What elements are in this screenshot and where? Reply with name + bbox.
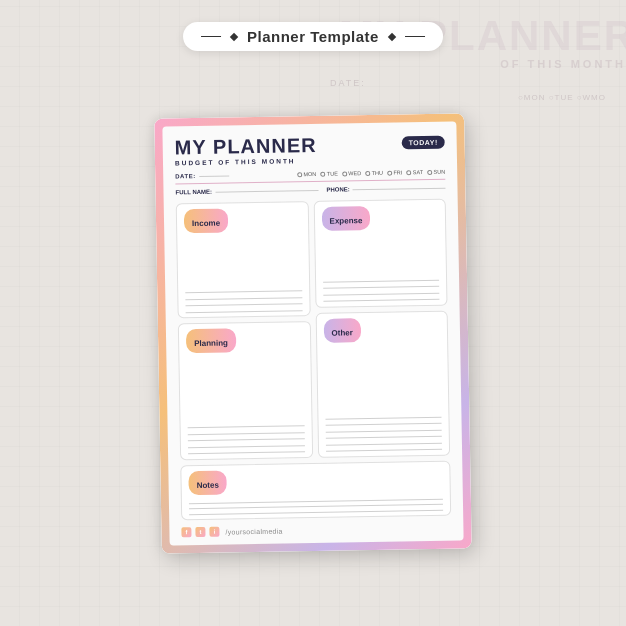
- name-line: [215, 189, 318, 191]
- notes-section: Notes: [180, 460, 451, 520]
- phone-line: [353, 187, 446, 189]
- title-line-left: [201, 36, 221, 38]
- full-name-label: FULL NAME:: [175, 188, 212, 195]
- phone-field: PHONE:: [326, 184, 445, 192]
- day-label-wed: WED: [348, 170, 361, 176]
- planning-line-5: [188, 451, 304, 454]
- title-line-right: [405, 36, 425, 38]
- day-label-sun: SUN: [434, 168, 446, 174]
- day-label-sat: SAT: [413, 169, 423, 175]
- expense-title: Expense: [329, 216, 362, 226]
- day-label-tue: TUE: [327, 170, 338, 176]
- phone-label: PHONE:: [326, 186, 349, 192]
- day-label-fri: FRI: [393, 169, 402, 175]
- other-line-5: [325, 442, 441, 445]
- page-title-bar: Planner Template: [183, 22, 443, 51]
- date-label: DATE:: [175, 173, 195, 179]
- income-title: Income: [192, 218, 220, 227]
- watermark-days-text: ○MON ○TUE ○WMO: [518, 93, 606, 102]
- day-circle-mon: [297, 171, 302, 176]
- planning-line-1: [188, 425, 304, 428]
- planning-section: Planning: [178, 321, 313, 459]
- income-line-1: [185, 290, 301, 293]
- day-circle-tue: [320, 171, 325, 176]
- social-handle: /yoursocialmedia: [225, 527, 282, 535]
- gradient-border: MY PLANNER BUDGET OF THIS MONTH TODAY! D…: [154, 113, 472, 553]
- other-line-4: [325, 435, 441, 438]
- expense-lines: [322, 233, 440, 301]
- date-line: [200, 175, 230, 176]
- notes-header-pill: Notes: [188, 470, 227, 495]
- planner-inner: MY PLANNER BUDGET OF THIS MONTH TODAY! D…: [162, 121, 463, 545]
- expense-header-pill: Expense: [321, 205, 370, 230]
- notes-lines: [189, 495, 443, 514]
- right-column: Expense Other: [313, 198, 450, 457]
- planning-title: Planning: [194, 338, 228, 348]
- other-line-6: [326, 448, 442, 451]
- income-line-4: [186, 310, 302, 313]
- notes-line-2: [189, 503, 443, 508]
- day-sat: SAT: [406, 169, 423, 175]
- expense-line-3: [323, 292, 439, 295]
- notes-title: Notes: [197, 480, 219, 489]
- planner-document: MY PLANNER BUDGET OF THIS MONTH TODAY! D…: [154, 113, 472, 553]
- other-section: Other: [315, 310, 450, 457]
- watermark-sub-text: OF THIS MONTH: [500, 58, 626, 70]
- planning-header-pill: Planning: [186, 328, 236, 353]
- planning-lines: [186, 356, 304, 453]
- facebook-icon: f: [181, 527, 191, 537]
- other-line-2: [325, 422, 441, 425]
- day-circle-sat: [406, 169, 411, 174]
- income-lines: [184, 236, 302, 312]
- full-name-field: FULL NAME:: [175, 186, 318, 194]
- other-header-pill: Other: [323, 317, 361, 342]
- other-line-1: [325, 416, 441, 419]
- today-badge: TODAY!: [402, 135, 445, 149]
- main-content: Income Planning: [176, 198, 450, 459]
- income-header-pill: Income: [184, 208, 228, 233]
- expense-section: Expense: [313, 198, 447, 307]
- day-sun: SUN: [427, 168, 445, 174]
- income-line-2: [185, 297, 301, 300]
- day-circle-sun: [427, 169, 432, 174]
- date-row: DATE: MON TUE WED: [175, 168, 445, 184]
- day-options: MON TUE WED THU: [297, 168, 445, 177]
- day-wed: WED: [342, 170, 361, 176]
- income-section: Income: [176, 201, 310, 319]
- main-title: MY PLANNER: [175, 133, 317, 157]
- day-circle-wed: [342, 170, 347, 175]
- notes-line-3: [189, 509, 443, 514]
- other-line-3: [325, 429, 441, 432]
- other-title: Other: [331, 328, 352, 337]
- title-group: MY PLANNER BUDGET OF THIS MONTH: [175, 133, 317, 165]
- social-icons: f t i: [181, 526, 219, 537]
- expense-line-4: [323, 299, 439, 302]
- day-label-thu: THU: [372, 169, 383, 175]
- day-circle-thu: [365, 170, 370, 175]
- day-fri: FRI: [387, 169, 402, 175]
- notes-line-1: [189, 498, 443, 503]
- twitter-icon: t: [195, 526, 205, 536]
- planning-line-4: [188, 444, 304, 447]
- day-circle-fri: [387, 170, 392, 175]
- page-title: Planner Template: [247, 28, 379, 45]
- left-column: Income Planning: [176, 201, 313, 460]
- planning-line-3: [188, 438, 304, 441]
- instagram-icon: i: [209, 526, 219, 536]
- day-thu: THU: [365, 169, 383, 175]
- planner-header: MY PLANNER BUDGET OF THIS MONTH TODAY!: [175, 131, 445, 166]
- day-tue: TUE: [320, 170, 338, 176]
- expense-line-2: [323, 286, 439, 289]
- watermark-date-text: DATE:: [330, 78, 366, 88]
- title-diamond-left: [230, 32, 238, 40]
- planning-line-2: [188, 431, 304, 434]
- other-lines: [324, 345, 442, 451]
- day-label-mon: MON: [303, 170, 316, 176]
- day-mon: MON: [297, 170, 316, 176]
- planner-footer: f t i /yoursocialmedia: [181, 520, 451, 537]
- name-phone-row: FULL NAME: PHONE:: [175, 184, 445, 195]
- title-diamond-right: [388, 32, 396, 40]
- income-line-3: [185, 303, 301, 306]
- expense-line-1: [323, 279, 439, 282]
